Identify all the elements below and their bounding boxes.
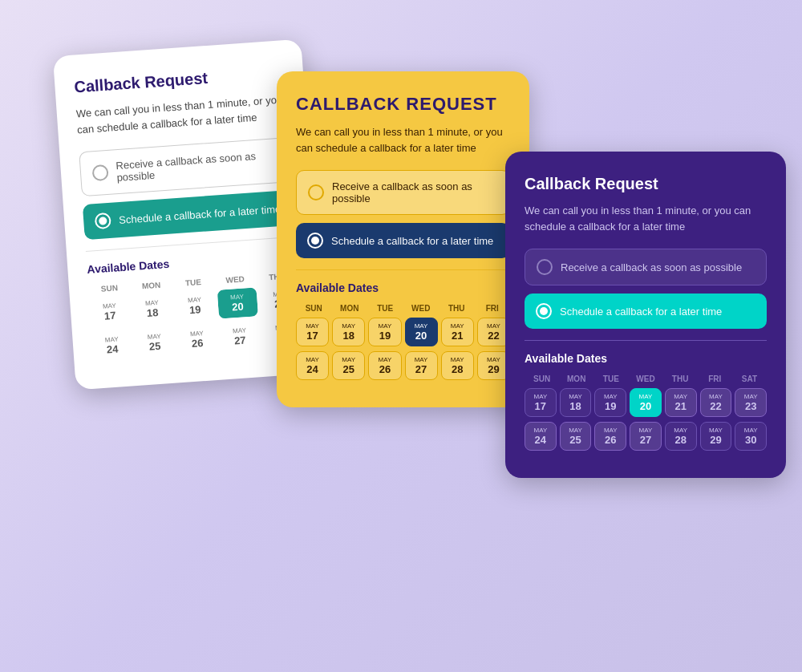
table-row[interactable]: May23 — [735, 388, 767, 417]
white-option2[interactable]: Schedule a callback for a later time — [83, 190, 294, 240]
white-day-sun: SUN — [88, 282, 131, 294]
table-row[interactable]: May24 — [296, 351, 329, 380]
purple-radio1 — [537, 259, 553, 275]
purple-calendar: SUN MON TUE WED THU FRI SAT May17 May18 … — [525, 374, 767, 451]
table-row[interactable]: May20 — [630, 388, 662, 417]
white-radio2 — [95, 213, 111, 229]
white-day-wed: WED — [214, 273, 257, 285]
white-divider — [86, 237, 295, 252]
purple-option2[interactable]: Schedule a callback for a later time — [525, 293, 767, 329]
table-row[interactable]: May26 — [594, 422, 626, 451]
purple-day-fri: FRI — [698, 374, 732, 383]
table-row[interactable]: May27 — [630, 422, 662, 451]
table-row[interactable]: May18 — [560, 388, 592, 417]
orange-card-title: CALLBACK REQUEST — [296, 94, 510, 115]
white-card-desc: We can call you in less than 1 minute, o… — [75, 91, 287, 137]
purple-radio2 — [536, 303, 552, 319]
purple-day-sat: SAT — [732, 374, 767, 383]
card-purple: Callback Request We can call you in less… — [505, 152, 786, 478]
orange-divider — [296, 269, 510, 270]
purple-day-tue: TUE — [593, 374, 628, 383]
white-radio1 — [91, 164, 108, 181]
orange-dates-title: Available Dates — [296, 281, 510, 294]
table-row[interactable]: May18 — [332, 318, 365, 346]
orange-option1[interactable]: Receive a callback as soon as possible — [296, 170, 510, 215]
table-row[interactable]: May17 — [89, 296, 131, 327]
table-row[interactable]: May27 — [405, 351, 438, 380]
table-row[interactable]: May26 — [368, 351, 401, 380]
table-row[interactable]: May17 — [296, 318, 329, 346]
orange-card-desc: We can call you in less than 1 minute, o… — [296, 124, 510, 156]
purple-dates-title: Available Dates — [525, 352, 767, 365]
white-option2-label: Schedule a callback for a later time — [119, 202, 282, 225]
purple-option1[interactable]: Receive a callback as soon as possible — [525, 249, 767, 285]
purple-day-sun: SUN — [525, 374, 559, 383]
table-row[interactable]: May19 — [594, 388, 626, 417]
white-dates-title: Available Dates — [87, 249, 297, 276]
table-row[interactable]: May30 — [735, 422, 767, 451]
table-row[interactable]: May24 — [525, 422, 557, 451]
purple-day-mon: MON — [559, 374, 593, 383]
table-row[interactable]: May28 — [441, 351, 474, 380]
table-row[interactable]: May24 — [91, 330, 133, 361]
table-row[interactable]: May28 — [665, 422, 697, 451]
orange-option1-label: Receive a callback as soon as possible — [332, 180, 498, 204]
cards-container: Callback Request We can call you in less… — [40, 23, 762, 649]
white-card-title: Callback Request — [74, 63, 285, 96]
table-row[interactable]: May27 — [219, 321, 261, 352]
white-option1-label: Receive a callback as soon as possible — [115, 148, 279, 184]
purple-divider — [525, 340, 767, 341]
orange-radio1 — [308, 184, 324, 200]
purple-day-wed: WED — [628, 374, 662, 383]
table-row[interactable]: May25 — [134, 327, 176, 358]
table-row[interactable]: May20 — [217, 287, 258, 318]
table-row[interactable]: May21 — [665, 388, 697, 417]
orange-radio2 — [307, 233, 323, 249]
white-day-tue: TUE — [172, 277, 214, 289]
orange-day-thu: THU — [439, 304, 475, 313]
card-orange: CALLBACK REQUEST We can call you in less… — [277, 71, 529, 407]
white-calendar: SUN MON TUE WED THU May17 May18 May19 Ma… — [88, 271, 303, 362]
purple-card-title: Callback Request — [525, 174, 767, 193]
table-row[interactable]: May17 — [525, 388, 557, 417]
table-row[interactable]: May19 — [174, 290, 216, 322]
orange-day-mon: MON — [332, 304, 368, 313]
purple-day-thu: THU — [663, 374, 698, 383]
table-row[interactable]: May22 — [700, 388, 732, 417]
table-row[interactable]: May18 — [132, 293, 173, 325]
table-row[interactable]: May26 — [176, 324, 218, 355]
purple-option1-label: Receive a callback as soon as possible — [561, 261, 742, 273]
orange-calendar: SUN MON TUE WED THU FRI May17 May18 May1… — [296, 304, 510, 380]
orange-option2[interactable]: Schedule a callback for a later time — [296, 223, 510, 258]
white-day-mon: MON — [130, 280, 172, 292]
table-row[interactable]: May29 — [700, 422, 732, 451]
table-row[interactable]: May21 — [441, 318, 474, 346]
table-row[interactable]: May25 — [560, 422, 592, 451]
purple-card-desc: We can call you in less than 1 minute, o… — [525, 203, 767, 234]
purple-option2-label: Schedule a callback for a later time — [560, 306, 722, 318]
orange-option2-label: Schedule a callback for a later time — [331, 235, 493, 247]
orange-day-tue: TUE — [367, 304, 403, 313]
white-option1[interactable]: Receive a callback as soon as possible — [79, 137, 291, 196]
orange-day-wed: WED — [403, 304, 439, 313]
orange-day-sun: SUN — [296, 304, 332, 313]
table-row[interactable]: May25 — [332, 351, 365, 380]
table-row[interactable]: May20 — [405, 318, 438, 346]
table-row[interactable]: May19 — [368, 318, 401, 346]
